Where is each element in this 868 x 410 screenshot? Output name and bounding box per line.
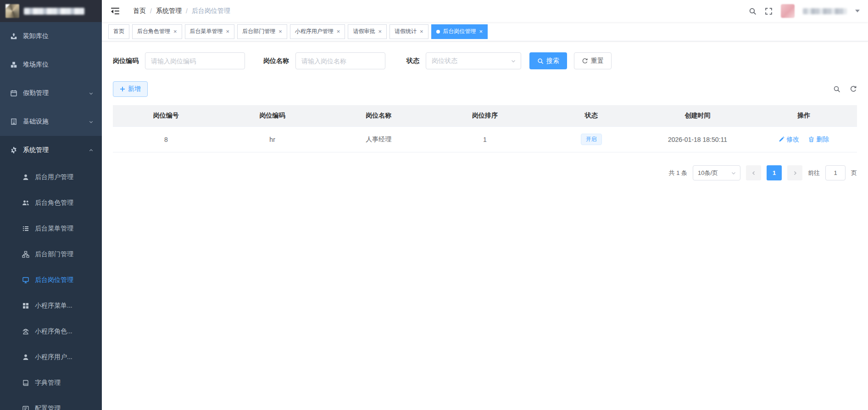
- prev-page-button[interactable]: [746, 165, 761, 180]
- sidebar-item-infrastructure[interactable]: 基础设施: [0, 107, 102, 136]
- breadcrumb-home[interactable]: 首页: [133, 7, 146, 15]
- sidebar-item-admin-posts[interactable]: 后台岗位管理: [0, 267, 102, 293]
- sidebar-item-miniapp-menus[interactable]: 小程序菜单...: [0, 293, 102, 319]
- sidebar-item-miniapp-roles[interactable]: 小程序角色...: [0, 319, 102, 344]
- delete-link-label: 删除: [816, 135, 829, 144]
- status-select[interactable]: 岗位状态: [426, 52, 521, 69]
- sidebar-item-yard-location[interactable]: 堆场库位: [0, 51, 102, 79]
- sidebar-item-admin-menus[interactable]: 后台菜单管理: [0, 216, 102, 242]
- close-icon[interactable]: ×: [420, 28, 423, 34]
- sidebar-item-admin-users[interactable]: 后台用户管理: [0, 164, 102, 190]
- post-name-input[interactable]: [295, 52, 385, 69]
- sidebar-item-system-management[interactable]: 系统管理: [0, 136, 102, 164]
- tab-admin-menus[interactable]: 后台菜单管理 ×: [185, 24, 235, 39]
- page-unit-label: 页: [851, 169, 857, 177]
- avatar[interactable]: [781, 4, 795, 18]
- page-size-select[interactable]: 10条/页: [693, 165, 740, 180]
- chevron-down-icon: [731, 170, 736, 176]
- search-icon: [537, 58, 544, 64]
- page-number-button[interactable]: 1: [767, 165, 782, 180]
- dock-location-icon: [10, 33, 17, 40]
- close-icon[interactable]: ×: [173, 28, 177, 34]
- tab-leave-stats[interactable]: 请假统计 ×: [389, 24, 428, 39]
- tab-label: 后台角色管理: [137, 28, 170, 35]
- active-tab-dot: [436, 30, 440, 34]
- tab-label: 后台菜单管理: [190, 28, 223, 35]
- close-icon[interactable]: ×: [226, 28, 230, 34]
- sidebar-item-admin-roles[interactable]: 后台角色管理: [0, 190, 102, 216]
- goto-page-input[interactable]: [825, 165, 846, 180]
- status-badge[interactable]: 开启: [581, 134, 602, 145]
- page-content: 岗位编码 岗位名称 状态 岗位状态 搜索 重置: [102, 41, 868, 410]
- chevron-down-icon: [511, 58, 516, 64]
- sidebar-item-label: 配置管理: [35, 404, 61, 410]
- fullscreen-icon[interactable]: [765, 7, 773, 15]
- breadcrumb: 首页 / 系统管理 / 后台岗位管理: [133, 7, 230, 15]
- table-header: 岗位名称: [325, 112, 432, 120]
- tab-miniapp-users[interactable]: 小程序用户管理 ×: [290, 24, 345, 39]
- sidebar-item-admin-departments[interactable]: 后台部门管理: [0, 242, 102, 267]
- sidebar-item-attendance[interactable]: 假勤管理: [0, 79, 102, 107]
- post-code-input[interactable]: [145, 52, 245, 69]
- table-refresh-icon[interactable]: [850, 85, 857, 93]
- breadcrumb-system[interactable]: 系统管理: [156, 7, 182, 15]
- tab-admin-posts[interactable]: 后台岗位管理 ×: [431, 24, 488, 39]
- tab-home[interactable]: 首页: [108, 24, 129, 39]
- chevron-down-icon[interactable]: [855, 10, 860, 12]
- tab-admin-departments[interactable]: 后台部门管理 ×: [237, 24, 287, 39]
- app-logo-icon: [6, 4, 19, 18]
- edit-link[interactable]: 修改: [779, 135, 799, 144]
- tab-leave-approval[interactable]: 请假审批 ×: [348, 24, 387, 39]
- sidebar-item-dock-location[interactable]: 装卸库位: [0, 22, 102, 51]
- posts-table: 岗位编号 岗位编码 岗位名称 岗位排序 状态 创建时间 操作 8 hr 人事经理…: [113, 105, 857, 152]
- table-row: 8 hr 人事经理 1 开启 2026-01-18 18:50:11 修改: [113, 127, 857, 152]
- page-size-value: 10条/页: [698, 169, 718, 177]
- plus-icon: [120, 86, 125, 92]
- sidebar-item-label: 后台部门管理: [35, 250, 73, 258]
- chevron-up-icon: [89, 148, 94, 153]
- tab-label: 首页: [113, 28, 124, 35]
- edit-link-label: 修改: [786, 135, 799, 144]
- search-icon[interactable]: [749, 7, 757, 15]
- collapse-sidebar-icon[interactable]: [110, 6, 120, 16]
- table-tools: [833, 85, 857, 93]
- table-header: 操作: [751, 112, 857, 120]
- sidebar-item-dictionary[interactable]: 字典管理: [0, 370, 102, 396]
- sidebar-item-label: 后台用户管理: [35, 173, 73, 181]
- breadcrumb-separator: /: [186, 7, 188, 15]
- search-button-label: 搜索: [546, 57, 559, 65]
- trash-icon: [808, 136, 814, 142]
- sidebar-item-label: 后台岗位管理: [35, 276, 73, 284]
- search-button[interactable]: 搜索: [529, 52, 567, 69]
- reset-button-label: 重置: [591, 57, 604, 65]
- app-logo[interactable]: [0, 0, 102, 22]
- table-header: 创建时间: [645, 112, 751, 120]
- status-select-placeholder: 岗位状态: [432, 57, 457, 65]
- cell-post-id: 8: [113, 136, 219, 143]
- calendar-icon: [10, 90, 17, 97]
- add-button-label: 新增: [128, 85, 141, 93]
- pagination-total: 共 1 条: [669, 169, 687, 177]
- next-page-button[interactable]: [787, 165, 802, 180]
- sidebar-item-configuration[interactable]: 配置管理: [0, 396, 102, 410]
- tab-label: 后台岗位管理: [443, 28, 476, 35]
- close-icon[interactable]: ×: [278, 28, 282, 34]
- table-header-row: 岗位编号 岗位编码 岗位名称 岗位排序 状态 创建时间 操作: [113, 105, 857, 127]
- tab-admin-roles[interactable]: 后台角色管理 ×: [132, 24, 182, 39]
- add-button[interactable]: 新增: [113, 81, 148, 97]
- status-label: 状态: [406, 57, 419, 65]
- sidebar-item-label: 系统管理: [23, 146, 83, 154]
- table-search-icon[interactable]: [833, 85, 840, 93]
- tab-label: 后台部门管理: [242, 28, 275, 35]
- close-icon[interactable]: ×: [337, 28, 340, 34]
- post-name-label: 岗位名称: [263, 57, 289, 65]
- user-icon: [22, 174, 29, 181]
- close-icon[interactable]: ×: [479, 28, 483, 34]
- sidebar-item-miniapp-users[interactable]: 小程序用户...: [0, 344, 102, 370]
- cell-created-at: 2026-01-18 18:50:11: [645, 136, 751, 143]
- app-logo-text-redacted: [24, 8, 84, 15]
- close-icon[interactable]: ×: [378, 28, 382, 34]
- reset-button[interactable]: 重置: [574, 52, 612, 69]
- table-toolbar: 新增: [113, 81, 857, 97]
- delete-link[interactable]: 删除: [808, 135, 829, 144]
